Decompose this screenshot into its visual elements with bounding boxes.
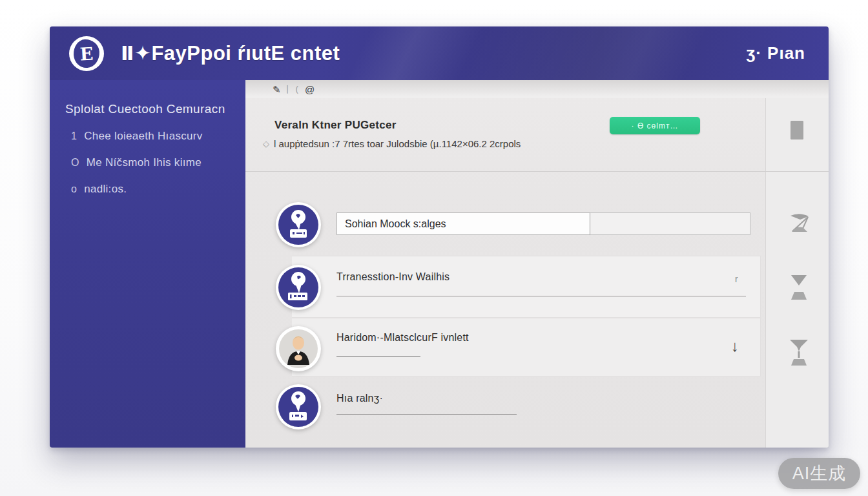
avatar-card-icon [276,384,321,429]
sidebar-item-label: Chee loieaeth Hıascurv [84,130,202,143]
toolbar: ✎ ⎸( @ [245,80,829,98]
hourglass-half-icon[interactable] [789,274,809,301]
app-logo[interactable]: E [69,36,104,71]
right-rail [765,98,829,448]
row-trailing-glyph: r [735,274,738,284]
rectangle-icon[interactable] [789,120,805,141]
avatar-card-icon [276,202,321,247]
sidebar-item-radios[interactable]: o nadli:os. [65,183,245,196]
sidebar-item-label: Me Níčsmoh Ihis kiıme [87,156,202,169]
sidebar-heading: Splolat Cuectooh Cemuracn [65,102,245,116]
row-title: Hıa ralnʒ· [336,393,383,404]
section-subtitle-text: l aupṗtedsun :7 7rtes toar Julodsbie (µ.… [274,138,521,149]
name-input[interactable] [336,212,590,235]
logo-letter: E [73,38,100,68]
row-title: Haridom·-MlatsclcurF ivnlett [336,332,469,344]
section-header: Veraln Ktner PUGetcer ◇ l aupṗtedsun :7 … [245,98,765,171]
shield-icon: ◇ [263,139,269,149]
main-area: ✎ ⎸( @ Veraln Ktner PUGetcer ◇ l aupṗted… [245,80,829,448]
avatar-card-icon [276,265,321,310]
bullet-icon: 1 [71,130,77,142]
hourglass-sketch-icon[interactable] [789,212,811,239]
refresh-icon[interactable]: @ [305,85,315,94]
sidebar: Splolat Cuectooh Cemuracn 1 Chee loieaet… [50,80,245,448]
row-title: Trranesstion-Inv Wailhis [336,271,450,283]
secondary-input[interactable] [590,212,750,235]
connect-button[interactable]: · Ɵ cɵlmт… [610,117,700,134]
bullet-icon: O [71,157,79,169]
download-arrow-icon[interactable]: ↓ [731,337,739,355]
sidebar-item-mission[interactable]: O Me Níčsmoh Ihis kiıme [65,156,245,169]
underline [336,356,420,356]
underline [336,296,746,296]
section-divider [245,171,829,172]
app-title: Ⅱ✦FayPpoi ŕıutE cntet [121,41,340,65]
row-panel [292,256,761,318]
avatar-person-photo [276,326,321,371]
hourglass-full-icon[interactable] [789,338,809,367]
row-panel [292,318,761,377]
section-subtitle: ◇ l aupṗtedsun :7 7rtes toar Julodsbie (… [263,138,521,149]
sidebar-item-history[interactable]: 1 Chee loieaeth Hıascurv [65,130,245,143]
sidebar-item-label: nadli:os. [84,183,127,196]
section-title: Veraln Ktner PUGetcer [274,119,397,132]
toolbar-separator: ⎸( [287,84,298,94]
underline [336,414,517,415]
pencil-icon[interactable]: ✎ [273,85,281,94]
plan-link[interactable]: ʒ· Pıan [747,43,805,63]
bullet-icon: o [71,183,77,195]
ai-generated-watermark: AI生成 [778,458,860,489]
app-header: E Ⅱ✦FayPpoi ŕıutE cntet ʒ· Pıan [50,26,829,80]
app-window: E Ⅱ✦FayPpoi ŕıutE cntet ʒ· Pıan Splolat … [50,26,829,448]
